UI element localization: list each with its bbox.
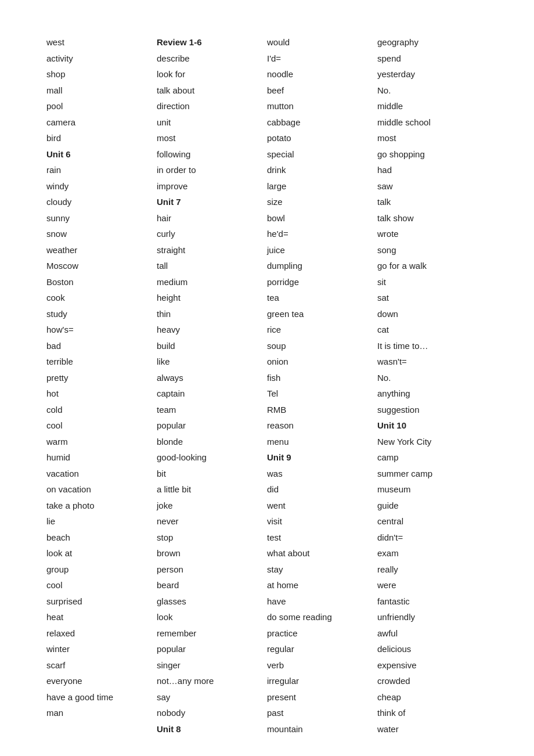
word-item: middle school	[377, 115, 488, 130]
word-item: present	[267, 690, 377, 705]
word-item: large	[267, 179, 377, 194]
word-item: pretty	[46, 370, 157, 386]
word-item: bit	[157, 466, 267, 481]
word-item: guide	[377, 498, 488, 513]
word-item: juice	[267, 243, 377, 258]
word-item: cook	[46, 290, 157, 305]
word-item: No.	[377, 83, 488, 98]
word-item: expensive	[377, 658, 488, 673]
word-item: rain	[46, 163, 157, 178]
word-item: west	[46, 35, 157, 50]
word-item: like	[157, 354, 267, 369]
word-item: It is time to…	[377, 339, 488, 354]
word-item: noodle	[267, 67, 377, 82]
word-item: windy	[46, 179, 157, 194]
word-item: weather	[46, 243, 157, 258]
word-item: most	[157, 131, 267, 146]
word-item: really	[377, 562, 488, 577]
word-item: good-looking	[157, 450, 267, 465]
word-item: regular	[267, 642, 377, 657]
word-item: verb	[267, 658, 377, 673]
column-4: geographyspendyesterdayNo.middlemiddle s…	[377, 35, 488, 736]
word-item: cool	[46, 418, 157, 433]
word-item: wasn't=	[377, 354, 488, 369]
word-item: sit	[377, 275, 488, 290]
word-item: reason	[267, 418, 377, 433]
word-item: did	[267, 482, 377, 497]
word-item: hot	[46, 386, 157, 401]
word-item: activity	[46, 51, 157, 66]
word-item: anything	[377, 386, 488, 401]
word-item: scarf	[46, 658, 157, 673]
word-item: was	[267, 466, 377, 481]
word-item: summer camp	[377, 466, 488, 481]
word-item: direction	[157, 99, 267, 114]
word-item: beach	[46, 530, 157, 545]
word-item: captain	[157, 386, 267, 401]
word-item: hair	[157, 211, 267, 226]
word-item: height	[157, 290, 267, 305]
word-item: thin	[157, 307, 267, 322]
word-item: green tea	[267, 307, 377, 322]
word-item: lie	[46, 514, 157, 529]
word-item: I'd=	[267, 51, 377, 66]
word-item: fantastic	[377, 594, 488, 609]
word-item: Moscow	[46, 258, 157, 273]
word-item: have	[267, 594, 377, 609]
word-item: following	[157, 147, 267, 162]
word-item: pool	[46, 99, 157, 114]
word-item: soup	[267, 339, 377, 354]
word-item: what about	[267, 546, 377, 561]
word-item: Boston	[46, 275, 157, 290]
word-item: middle	[377, 99, 488, 114]
word-item: sunny	[46, 211, 157, 226]
word-item: do some reading	[267, 610, 377, 625]
word-item: popular	[157, 418, 267, 433]
word-item: shop	[46, 67, 157, 82]
word-item: go for a walk	[377, 258, 488, 273]
word-item: study	[46, 307, 157, 322]
word-item: unit	[157, 115, 267, 130]
word-item: heavy	[157, 322, 267, 337]
word-item: nobody	[157, 705, 267, 721]
word-item: geography	[377, 35, 488, 50]
word-item: central	[377, 514, 488, 529]
word-item: describe	[157, 51, 267, 66]
column-2: Review 1-6describelook fortalk aboutdire…	[157, 35, 267, 736]
word-item: blonde	[157, 434, 267, 449]
word-item: Unit 8	[157, 722, 267, 737]
word-item: build	[157, 339, 267, 354]
word-item: mutton	[267, 99, 377, 114]
word-item: person	[157, 562, 267, 577]
word-item: cloudy	[46, 195, 157, 210]
word-item: cool	[46, 578, 157, 593]
word-item: song	[377, 243, 488, 258]
word-item: past	[267, 705, 377, 721]
word-item: cold	[46, 402, 157, 417]
word-item: talk about	[157, 83, 267, 98]
word-item: man	[46, 705, 157, 721]
word-item: didn't=	[377, 530, 488, 545]
word-item: cat	[377, 322, 488, 337]
column-3: wouldI'd=noodlebeefmuttoncabbagepotatosp…	[267, 35, 377, 736]
word-item: yesterday	[377, 67, 488, 82]
word-item: winter	[46, 642, 157, 657]
word-item: porridge	[267, 275, 377, 290]
word-item: New York City	[377, 434, 488, 449]
word-item: museum	[377, 482, 488, 497]
word-item: curly	[157, 226, 267, 242]
word-item: Unit 10	[377, 418, 488, 433]
word-item: mall	[46, 83, 157, 98]
word-item: popular	[157, 642, 267, 657]
word-item: visit	[267, 514, 377, 529]
word-item: snow	[46, 226, 157, 242]
word-item: singer	[157, 658, 267, 673]
word-item: in order to	[157, 163, 267, 178]
word-item: potato	[267, 131, 377, 146]
word-item: have a good time	[46, 690, 157, 705]
word-item: size	[267, 195, 377, 210]
word-item: RMB	[267, 402, 377, 417]
word-item: camp	[377, 450, 488, 465]
word-item: onion	[267, 354, 377, 369]
word-item: vacation	[46, 466, 157, 481]
